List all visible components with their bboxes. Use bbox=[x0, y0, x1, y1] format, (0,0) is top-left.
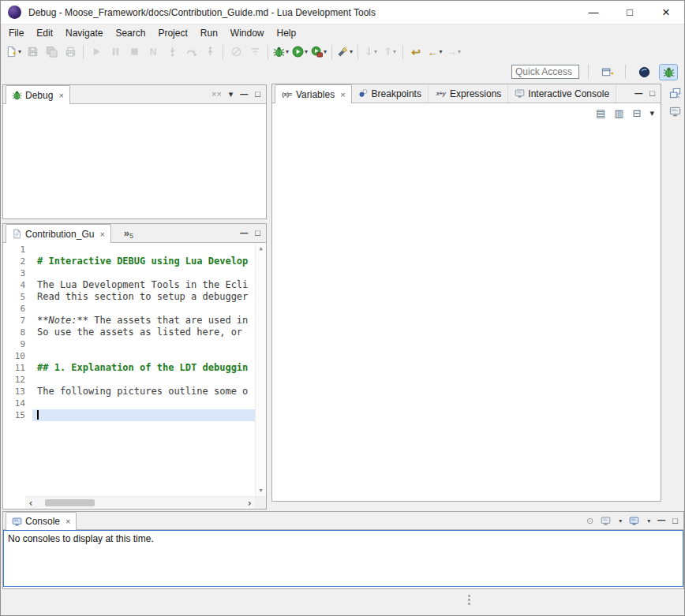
forward-button[interactable]: →▾ bbox=[444, 43, 463, 61]
close-icon[interactable]: × bbox=[66, 517, 70, 526]
terminate-button[interactable] bbox=[125, 43, 144, 61]
resume-button[interactable] bbox=[87, 43, 106, 61]
show-type-names-button[interactable]: ▥ bbox=[614, 107, 623, 119]
last-edit-location-button[interactable]: ↩ bbox=[406, 43, 425, 61]
debug-button[interactable]: ▾ bbox=[271, 43, 290, 61]
close-icon[interactable]: × bbox=[340, 90, 345, 99]
chevron-down-icon[interactable]: ▾ bbox=[286, 48, 289, 55]
external-tools-button[interactable]: ▾ bbox=[309, 43, 328, 61]
chevron-down-icon[interactable]: ▾ bbox=[324, 48, 327, 55]
menu-navigate[interactable]: Navigate bbox=[59, 24, 109, 42]
line-number: 12 bbox=[3, 374, 32, 386]
app-logo-icon bbox=[8, 6, 21, 19]
close-icon[interactable]: × bbox=[58, 91, 63, 100]
close-icon[interactable]: × bbox=[99, 230, 104, 239]
ldt-perspective-icon bbox=[638, 66, 650, 78]
save-button[interactable] bbox=[23, 43, 42, 61]
previous-annotation-button[interactable]: ⇑▾ bbox=[380, 43, 399, 61]
tab-contribution-guide[interactable]: Contribution_Gu × bbox=[6, 224, 111, 243]
step-into-button[interactable] bbox=[163, 43, 182, 61]
perspective-debug-button[interactable] bbox=[659, 64, 678, 80]
chevron-down-icon[interactable]: ▾ bbox=[619, 517, 622, 525]
suspend-button[interactable] bbox=[106, 43, 125, 61]
chevron-down-icon[interactable]: ▾ bbox=[350, 48, 353, 55]
editor-vertical-scrollbar[interactable]: ▲ ▼ bbox=[255, 243, 266, 496]
scroll-down-icon[interactable]: ▼ bbox=[259, 487, 262, 494]
step-filters-button[interactable] bbox=[245, 43, 264, 61]
tab-interactive-console[interactable]: Interactive Console bbox=[508, 84, 616, 103]
scrollbar-thumb[interactable] bbox=[45, 499, 95, 506]
perspective-ldt-button[interactable] bbox=[634, 64, 653, 80]
disconnect-button[interactable]: N bbox=[144, 43, 163, 61]
chevron-down-icon[interactable]: ▾ bbox=[440, 48, 443, 55]
tab-console[interactable]: Console × bbox=[6, 512, 77, 530]
scroll-right-icon[interactable]: › bbox=[244, 498, 255, 509]
maximize-view-button[interactable]: □ bbox=[649, 89, 655, 98]
restore-views-button[interactable] bbox=[667, 85, 683, 101]
minimize-view-button[interactable]: — bbox=[634, 90, 642, 98]
tab-variables[interactable]: (x)= Variables × bbox=[275, 84, 352, 103]
variables-view-body[interactable]: ▤ ▥ ⊟ ▾ bbox=[272, 103, 661, 501]
window-close-button[interactable]: × bbox=[648, 1, 684, 24]
run-button[interactable]: ▾ bbox=[290, 43, 309, 61]
menu-file[interactable]: File bbox=[2, 24, 30, 42]
step-over-button[interactable] bbox=[182, 43, 200, 61]
view-menu-button[interactable]: ▾ bbox=[229, 90, 234, 99]
search-button[interactable]: ▾ bbox=[335, 43, 354, 61]
minimize-view-button[interactable]: — bbox=[657, 517, 665, 525]
minimize-view-button[interactable]: — bbox=[240, 91, 248, 99]
chevron-down-icon[interactable]: ▾ bbox=[647, 517, 650, 525]
menu-window[interactable]: Window bbox=[224, 24, 271, 42]
back-button[interactable]: ←▾ bbox=[425, 43, 444, 61]
minimized-view-button[interactable] bbox=[667, 103, 683, 119]
chevron-down-icon[interactable]: ▾ bbox=[18, 48, 21, 55]
scroll-left-icon[interactable]: ‹ bbox=[25, 498, 36, 509]
print-button[interactable] bbox=[61, 43, 80, 61]
open-console-icon[interactable] bbox=[629, 516, 639, 526]
display-console-icon[interactable] bbox=[601, 516, 611, 526]
window-minimize-button[interactable]: — bbox=[575, 1, 612, 24]
maximize-view-button[interactable]: □ bbox=[672, 517, 678, 525]
remove-terminated-button[interactable]: ×× bbox=[211, 90, 222, 99]
scroll-up-icon[interactable]: ▲ bbox=[259, 245, 262, 252]
menu-project[interactable]: Project bbox=[152, 24, 193, 42]
save-all-button[interactable] bbox=[42, 43, 61, 61]
collapse-all-button[interactable]: ⊟ bbox=[633, 107, 642, 119]
quick-access-input[interactable] bbox=[511, 65, 579, 79]
maximize-view-button[interactable]: □ bbox=[255, 90, 260, 99]
pin-console-button[interactable]: ⊙ bbox=[586, 517, 593, 525]
chevron-down-icon[interactable]: ▾ bbox=[458, 48, 461, 55]
scrollbar-track[interactable] bbox=[36, 497, 244, 509]
minimize-view-button[interactable]: — bbox=[240, 230, 248, 237]
menu-edit[interactable]: Edit bbox=[30, 24, 59, 42]
step-over-icon bbox=[185, 46, 197, 58]
minimized-views-rail bbox=[666, 83, 683, 509]
editor-line: 14 bbox=[3, 398, 255, 409]
editor-horizontal-scrollbar[interactable]: ‹ › bbox=[25, 496, 255, 509]
next-annotation-button[interactable]: ⇓▾ bbox=[361, 43, 380, 61]
statusbar-grip-handle[interactable] bbox=[468, 593, 470, 607]
editor-text-area[interactable]: 1 2# Interactive DEBUG using Lua Develop… bbox=[3, 244, 255, 496]
editor-overflow-tabs-button[interactable]: » 5 bbox=[119, 224, 138, 242]
text-cursor bbox=[37, 410, 39, 420]
skip-breakpoints-button[interactable] bbox=[226, 43, 245, 61]
step-return-button[interactable] bbox=[200, 43, 219, 61]
resume-icon bbox=[91, 46, 103, 58]
menu-run[interactable]: Run bbox=[194, 24, 224, 42]
menu-help[interactable]: Help bbox=[271, 24, 303, 42]
debug-view-body[interactable] bbox=[3, 104, 266, 218]
tab-expressions[interactable]: x+y Expressions bbox=[429, 84, 508, 103]
window-maximize-button[interactable]: □ bbox=[612, 1, 648, 24]
variables-view-window-tools: — □ bbox=[634, 89, 661, 98]
view-menu-button[interactable]: ▾ bbox=[649, 109, 654, 118]
chevron-down-icon[interactable]: ▾ bbox=[393, 48, 396, 55]
tab-debug[interactable]: Debug × bbox=[6, 85, 70, 104]
menu-search[interactable]: Search bbox=[109, 24, 152, 42]
show-logical-structure-button[interactable]: ▤ bbox=[596, 107, 605, 119]
chevron-down-icon[interactable]: ▾ bbox=[305, 48, 308, 55]
open-perspective-button[interactable] bbox=[597, 63, 616, 80]
new-wizard-button[interactable]: ▾ bbox=[4, 43, 23, 61]
chevron-down-icon[interactable]: ▾ bbox=[374, 48, 377, 55]
maximize-view-button[interactable]: □ bbox=[255, 229, 260, 237]
tab-breakpoints[interactable]: Breakpoints bbox=[352, 84, 429, 103]
